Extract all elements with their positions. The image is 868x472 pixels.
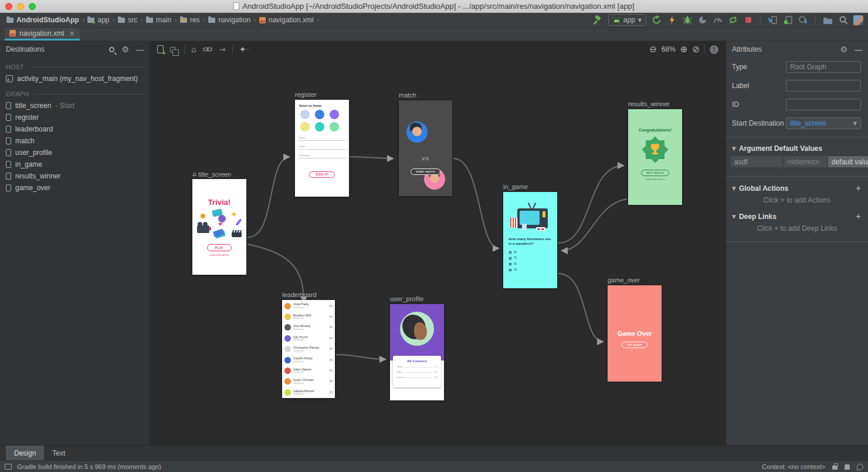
- type-field[interactable]: Root Graph: [786, 61, 861, 73]
- breadcrumb-res[interactable]: res: [178, 16, 202, 24]
- zoom-out-icon[interactable]: ⊖: [649, 45, 657, 54]
- breadcrumb-main[interactable]: main: [144, 16, 173, 24]
- close-window-button[interactable]: [5, 3, 12, 10]
- search-icon[interactable]: [109, 47, 114, 52]
- screen-register[interactable]: register Select an Avatar NameEmailPassw…: [295, 100, 349, 197]
- status-message: Gradle build finished in 5 s 969 ms (mom…: [17, 463, 161, 470]
- device-manager-icon[interactable]: [768, 15, 778, 25]
- auto-arrange-icon[interactable]: ✦··: [239, 45, 249, 53]
- argument-type-cell[interactable]: <inferred>: [784, 156, 827, 167]
- argument-row[interactable]: asdf <inferred> default value: [731, 156, 868, 167]
- sidebar-item-register[interactable]: register: [0, 112, 150, 123]
- close-tab-icon[interactable]: ×: [69, 29, 75, 38]
- label-field[interactable]: [786, 80, 861, 92]
- screen-title-screen[interactable]: ⌂ title_screen Trivia! ♥ PLAY LEADERBOAR…: [192, 179, 246, 275]
- screen-in-game[interactable]: in_game How many kilometers are in a mar…: [503, 192, 557, 288]
- breadcrumb-navigation.xml[interactable]: navigation.xml: [257, 16, 316, 24]
- try-again-button: TRY AGAIN: [622, 342, 647, 348]
- apply-changes-icon[interactable]: [667, 15, 677, 25]
- gear-icon[interactable]: ⚙: [840, 45, 847, 53]
- navigation-canvas[interactable]: ⌂ → ✦·· ⊖ 68% ⊕ ⊘ !: [150, 41, 725, 445]
- breadcrumb-src[interactable]: src: [116, 16, 139, 24]
- deep-links-hint: Click + to add Deep Links: [726, 223, 868, 237]
- lock-icon[interactable]: [832, 466, 838, 470]
- issues-badge-icon[interactable]: !: [710, 45, 718, 54]
- screen-results-winner[interactable]: results_winner Congratulations! NEXT MAT…: [628, 109, 682, 205]
- id-field[interactable]: [786, 99, 861, 110]
- sidebar-item-in_game[interactable]: in_game: [0, 159, 150, 170]
- collapse-triangle-icon[interactable]: ▼: [732, 214, 736, 220]
- toggle-panels-icon[interactable]: [5, 464, 12, 470]
- layout-inspector-icon[interactable]: [783, 15, 793, 25]
- breadcrumb-app[interactable]: app: [86, 16, 111, 24]
- sidebar-item-game_over[interactable]: game_over: [0, 182, 150, 194]
- profile-stats: Rank#1Wins42Losses13: [397, 365, 437, 379]
- avatar: [315, 110, 324, 119]
- zoom-window-button[interactable]: [29, 3, 36, 10]
- zoom-to-fit-icon[interactable]: ⊘: [692, 45, 700, 54]
- sidebar-item-results_winner[interactable]: results_winner: [0, 170, 150, 182]
- deep-links-section[interactable]: ▼ Deep Links +: [726, 209, 868, 223]
- screen-user-profile[interactable]: user_profile Ali Connors Rank#1Wins42Los…: [390, 304, 444, 400]
- screen-leaderboard[interactable]: leaderboard Violet Parks13,000 pts#1Broo…: [282, 300, 335, 398]
- argument-name-cell[interactable]: asdf: [731, 156, 782, 167]
- start-destination-select[interactable]: title_screen ▼: [786, 117, 861, 129]
- leaderboards-link: LEADERBOARDS: [628, 178, 682, 181]
- run-icon[interactable]: [652, 15, 662, 25]
- player-points: 13,000 pts: [293, 360, 313, 363]
- sidebar-item-title_screen[interactable]: title_screen- Start: [0, 100, 150, 112]
- player-rank: #5: [330, 348, 333, 350]
- quiz-option: 13: [509, 268, 517, 271]
- gear-icon[interactable]: ⚙: [121, 45, 129, 53]
- search-everywhere-icon[interactable]: [838, 15, 848, 25]
- nested-graph-icon[interactable]: [170, 47, 175, 52]
- stop-icon[interactable]: [743, 15, 753, 25]
- project-structure-icon[interactable]: [823, 15, 833, 25]
- breadcrumb-navigation[interactable]: navigation: [206, 16, 252, 24]
- debug-icon[interactable]: [682, 15, 692, 25]
- tab-design[interactable]: Design: [6, 446, 44, 460]
- run-configuration-selector[interactable]: app ▼: [608, 14, 646, 26]
- profiler-gauge-icon[interactable]: [713, 15, 723, 25]
- sidebar-item-leaderboard[interactable]: leaderboard: [0, 123, 150, 135]
- player-info: Ayden Christian13,000 pts: [293, 378, 314, 385]
- quiz-option: 75: [509, 257, 517, 259]
- sync-project-icon[interactable]: [728, 15, 738, 25]
- minimize-window-button[interactable]: [17, 3, 24, 10]
- hector-icon[interactable]: [845, 464, 850, 470]
- sidebar-item-user_profile[interactable]: user_profile: [0, 147, 150, 159]
- destination-label: results_winner: [15, 172, 60, 180]
- notification-icon[interactable]: [857, 464, 863, 470]
- tab-navigation-xml[interactable]: navigation.xml ×: [5, 28, 80, 41]
- collapse-triangle-icon[interactable]: ▼: [732, 186, 736, 191]
- screen-match[interactable]: match VS START MATCH: [399, 100, 452, 196]
- add-action-button[interactable]: +: [856, 184, 861, 193]
- leaderboards-link: LEADERBOARDS: [192, 254, 246, 257]
- tab-text[interactable]: Text: [44, 446, 73, 460]
- breadcrumb-label: navigation: [218, 16, 250, 24]
- zoom-in-icon[interactable]: ⊕: [680, 45, 688, 54]
- host-item-activity-main[interactable]: A activity_main (my_nav_host_fragment): [0, 73, 150, 85]
- user-avatar[interactable]: [853, 15, 863, 25]
- new-destination-icon[interactable]: [157, 45, 164, 53]
- player-rank: #3: [330, 326, 333, 329]
- assign-start-home-icon[interactable]: ⌂: [191, 45, 196, 53]
- hide-panel-icon[interactable]: —: [855, 46, 862, 53]
- collapse-triangle-icon[interactable]: ▼: [732, 146, 736, 151]
- add-deep-link-button[interactable]: +: [856, 212, 861, 221]
- screen-game-over[interactable]: game_over Game Over TRY AGAIN: [608, 285, 662, 382]
- deep-link-icon[interactable]: [203, 46, 212, 52]
- attributes-panel: Attributes ⚙ — Type Root Graph Label ID …: [725, 41, 868, 445]
- action-arrow-icon[interactable]: →: [219, 45, 226, 53]
- breadcrumbs: AndroidStudioApp›app›src›main›res›naviga…: [5, 16, 593, 24]
- sdk-manager-icon[interactable]: [798, 15, 808, 25]
- hide-panel-icon[interactable]: —: [136, 46, 144, 53]
- breadcrumb-AndroidStudioApp[interactable]: AndroidStudioApp: [5, 16, 81, 24]
- build-hammer-icon[interactable]: [593, 15, 603, 25]
- argument-defaults-section[interactable]: ▼ Argument Default Values: [726, 141, 868, 154]
- input-line: Email: [299, 145, 345, 150]
- attach-profiler-icon[interactable]: [697, 15, 707, 25]
- global-actions-section[interactable]: ▼ Global Actions +: [726, 181, 868, 195]
- argument-value-cell[interactable]: default value: [828, 156, 868, 167]
- sidebar-item-match[interactable]: match: [0, 135, 150, 147]
